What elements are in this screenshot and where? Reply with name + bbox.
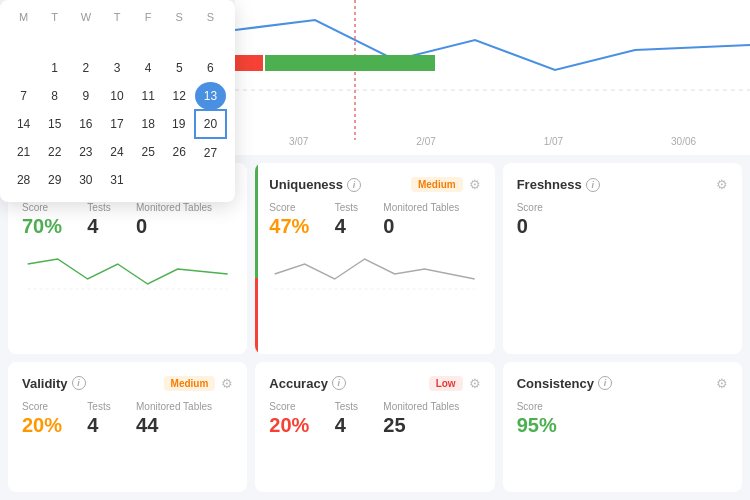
card-consistency-title: Consistency i [517,376,612,391]
uniqueness-metrics: Score 47% Tests 4 Monitored Tables 0 [269,202,480,238]
freshness-score-block: Score 0 [517,202,728,238]
validity-badge: Medium [164,376,216,391]
cal-day[interactable]: 3 [101,54,132,82]
cal-day[interactable]: 10 [101,82,132,110]
validity-monitored-block: Monitored Tables 44 [136,401,233,437]
card-validity-header: Validity i Medium ⚙ [22,376,233,391]
accuracy-info-icon[interactable]: i [332,376,346,390]
cal-day[interactable]: 24 [101,138,132,166]
card-uniqueness-title: Uniqueness i [269,177,361,192]
card-accuracy-header: Accuracy i Low ⚙ [269,376,480,391]
date-label: 1/07 [544,136,563,147]
accuracy-score-block: Score 20% [269,401,330,437]
bar-segment-red [235,55,263,71]
cal-day-selected[interactable]: 13 [195,82,226,110]
cal-day[interactable]: 16 [70,110,101,138]
completeness-score-block: Score 70% [22,202,83,238]
cal-day-header: S [195,8,226,26]
validity-tests-block: Tests 4 [87,401,132,437]
freshness-info-icon[interactable]: i [586,178,600,192]
freshness-gear-icon[interactable]: ⚙ [716,177,728,192]
uniqueness-score-block: Score 47% [269,202,330,238]
card-consistency-header: Consistency i ⚙ [517,376,728,391]
validity-info-icon[interactable]: i [72,376,86,390]
cal-day[interactable]: 28 [8,166,39,194]
accuracy-gear-icon[interactable]: ⚙ [469,376,481,391]
card-uniqueness: Uniqueness i Medium ⚙ Score 47% Tests 4 [255,163,494,354]
main-content: 3/07 2/07 1/07 30/06 Completeness i ⚙ [0,0,750,500]
cal-day[interactable]: 7 [8,82,39,110]
accuracy-metrics: Score 20% Tests 4 Monitored Tables 25 [269,401,480,437]
cal-day-header: W [70,8,101,26]
uniqueness-vert-bar [255,163,258,354]
cal-day[interactable]: 12 [164,82,195,110]
cal-day-header: S [164,8,195,26]
cal-day[interactable]: 17 [101,110,132,138]
validity-metrics: Score 20% Tests 4 Monitored Tables 44 [22,401,233,437]
validity-score-block: Score 20% [22,401,83,437]
cal-day[interactable]: 15 [39,110,70,138]
cal-day[interactable]: 8 [39,82,70,110]
card-freshness: Freshness i ⚙ Score 0 [503,163,742,354]
cal-day[interactable]: 14 [8,110,39,138]
cal-day[interactable]: 2 [70,54,101,82]
bar-segment-green [265,55,435,71]
top-chart-area: 3/07 2/07 1/07 30/06 [235,0,750,155]
cal-day[interactable]: 27 [195,138,226,166]
uniqueness-info-icon[interactable]: i [347,178,361,192]
card-accuracy: Accuracy i Low ⚙ Score 20% Tests 4 [255,362,494,493]
uniqueness-sparkline [269,244,480,304]
completeness-monitored-block: Monitored Tables 0 [136,202,233,238]
cal-day[interactable]: 6 [195,54,226,82]
uniqueness-monitored-block: Monitored Tables 0 [383,202,480,238]
cal-day[interactable]: 26 [164,138,195,166]
cal-day-today[interactable]: 20 [195,110,226,138]
horizontal-bar [235,55,435,71]
uniqueness-tests-block: Tests 4 [335,202,380,238]
cal-day[interactable]: 21 [8,138,39,166]
uniqueness-badge: Medium [411,177,463,192]
completeness-sparkline [22,244,233,304]
card-accuracy-title: Accuracy i [269,376,346,391]
accuracy-monitored-block: Monitored Tables 25 [383,401,480,437]
date-label: 3/07 [289,136,308,147]
chart-date-labels: 3/07 2/07 1/07 30/06 [235,136,750,147]
cal-day[interactable]: 18 [133,110,164,138]
cal-day[interactable]: 5 [164,54,195,82]
accuracy-tests-block: Tests 4 [335,401,380,437]
completeness-metrics: Score 70% Tests 4 Monitored Tables 0 [22,202,233,238]
completeness-tests-block: Tests 4 [87,202,132,238]
cal-day[interactable]: 22 [39,138,70,166]
cal-day[interactable]: 30 [70,166,101,194]
cal-day[interactable]: 11 [133,82,164,110]
cal-day[interactable]: 29 [39,166,70,194]
cal-day[interactable]: 31 [101,166,132,194]
cal-day[interactable]: 9 [70,82,101,110]
cal-day[interactable]: 1 [39,54,70,82]
card-validity: Validity i Medium ⚙ Score 20% Tests 4 [8,362,247,493]
cal-day-header: F [133,8,164,26]
calendar-grid: M T W T F S S [8,8,227,194]
date-label: 2/07 [416,136,435,147]
date-label: 30/06 [671,136,696,147]
cards-grid: Completeness i ⚙ Score 70% Tests 4 Monit… [0,155,750,500]
consistency-score-block: Score 95% [517,401,728,437]
cal-day-header: T [39,8,70,26]
consistency-info-icon[interactable]: i [598,376,612,390]
cal-day[interactable]: 25 [133,138,164,166]
card-uniqueness-header: Uniqueness i Medium ⚙ [269,177,480,192]
consistency-gear-icon[interactable]: ⚙ [716,376,728,391]
card-freshness-header: Freshness i ⚙ [517,177,728,192]
cal-day-header: T [101,8,132,26]
cal-day-header: M [8,8,39,26]
uniqueness-gear-icon[interactable]: ⚙ [469,177,481,192]
card-consistency: Consistency i ⚙ Score 95% [503,362,742,493]
validity-gear-icon[interactable]: ⚙ [221,376,233,391]
accuracy-badge: Low [429,376,463,391]
card-validity-title: Validity i [22,376,86,391]
cal-day[interactable]: 4 [133,54,164,82]
card-freshness-title: Freshness i [517,177,600,192]
cal-day[interactable]: 19 [164,110,195,138]
calendar-overlay: M T W T F S S [0,0,235,202]
cal-day[interactable]: 23 [70,138,101,166]
